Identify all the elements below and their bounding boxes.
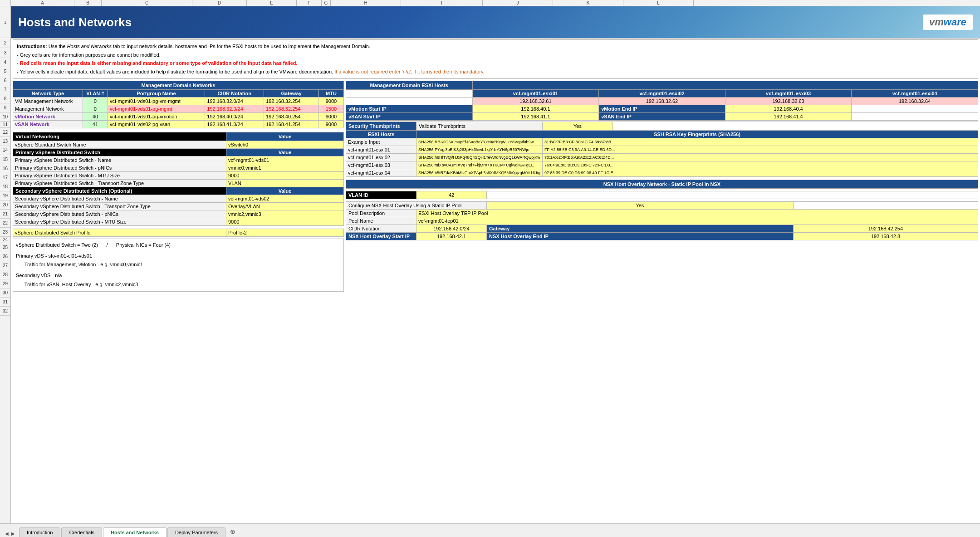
esxi-host1-ip: 192.168.32.61 [472,97,599,105]
svds-header-label: Secondary vSphere Distributed Switch (Op… [13,187,226,195]
row-23: 23 [0,228,10,237]
mgmt-networks-table: Management Domain Networks Network Type … [13,81,344,128]
instruction-line4: - Yellow cells indicate input data, defa… [17,68,974,76]
svds-tz-label: Secondary vSphere Distributed Switch - T… [13,202,226,210]
col-header-d: D [192,0,247,6]
nsx-configure-empty [793,201,978,209]
header-banner: Hosts and Networks vmware [11,6,980,38]
vmotion-vlan: 40 [83,112,108,120]
vswitch-value: vSwitch0 [226,141,344,148]
esxi-hosts-header: Management Domain ESXi Hosts [346,81,978,89]
notes-section: vSphere Distributed Switch = Two (2) / P… [13,239,344,292]
header-row: Hosts and Networks vmware [11,6,980,39]
nsx-start-ip-row: NSX Host Overlay Start IP 192.168.42.1 N… [346,232,978,240]
corner-cell [0,0,11,6]
security-validate-label: Validate Thumbprints [416,122,543,130]
vnet-title: Virtual Networking [13,132,226,141]
security-validate-value: Yes [542,122,612,130]
col-header-h: H [331,0,401,6]
note4: Secondary vDS - n/a [16,271,341,280]
nsx-vlan-row: VLAN ID 42 [346,191,978,199]
right-column: Management Domain ESXi Hosts vcf-mgmt01-… [346,81,978,292]
vsan-portgroup: vcf-mgmt01-vds02-pg-vsan [108,120,205,128]
col-header-a: A [11,0,74,6]
main-two-col: Management Domain Networks Network Type … [11,80,980,293]
vmotion-empty [852,105,978,112]
vm-mgmt-portgroup: vcf-mgmt01-vds01-pg-vm-mgmt [108,97,205,105]
pvds-mtu-row: Primary vSphere Distributed Switch - MTU… [13,171,344,179]
row-7: 7 [0,85,10,94]
vmotion-end-label: vMotion End IP [599,105,725,112]
esxi-ip-empty [346,97,473,105]
vmotion-type: vMotion Network [13,112,83,120]
row-2: 2 [0,38,10,48]
mgmt-networks-title: Management Domain Networks [13,81,344,89]
security-esxi01-fp1: SHA256:PYxgi8oEfK3j263pHx3lnwL1xjlY1rAYN… [416,146,543,153]
security-col1-header: Security Thumbprints [346,122,416,130]
security-empty [612,122,978,130]
vsan-gateway: 192.168.41.254 [264,120,319,128]
vm-mgmt-mtu: 9000 [318,97,343,105]
pvds-tz-row: Primary vSphere Distributed Switch - Tra… [13,179,344,187]
mgmt-mtu: 1500 [318,105,343,112]
row-29: 29 [0,279,10,288]
security-example-host: Example Input [346,138,416,146]
security-esxi02-fp2: 70:1A:62:4F:B6:A9:A2:E2:AC:6E:4D... [542,153,978,161]
nsx-configure-label: Configure NSX Host Overlay Using a Stati… [346,201,487,209]
security-esxi04-host: vcf-mgmt01-esxi04 [346,169,416,176]
svds-value-header: Value [226,187,344,195]
pvds-tz-value: VLAN [226,179,344,187]
tab-introduction[interactable]: Introduction [19,527,60,537]
profile-table: vSphere Distributed Switch Profile Profi… [13,229,344,237]
svds-name-row: Secondary vSphere Distributed Switch - N… [13,195,344,202]
vsan-vlan: 41 [83,120,108,128]
row-10: 10 [0,112,10,122]
nsx-pool-name-label: Pool Name [346,217,416,225]
left-column: Management Domain Networks Network Type … [13,81,344,292]
add-tab-button[interactable]: ⊕ [226,526,239,537]
row-6: 6 [0,76,10,85]
vnet-header-row: Virtual Networking Value [13,132,344,141]
row-19: 19 [0,191,10,200]
scroll-right-arrow[interactable]: ▶ [10,530,16,537]
vmotion-ip-row: vMotion Start IP 192.168.40.1 vMotion En… [346,105,978,112]
mgmt-type: Management Network [13,105,83,112]
security-thumbprints-table: Security Thumbprints Validate Thumbprint… [346,122,978,177]
scroll-arrows: ◀ ▶ [4,530,16,537]
instructions-box: Instructions: Use the Hosts and Networks… [13,39,978,79]
esxi-host2-name: vcf-mgmt01-esxi02 [599,89,725,97]
tab-credentials[interactable]: Credentials [61,527,102,537]
profile-label: vSphere Distributed Switch Profile [13,229,226,236]
row-28: 28 [0,270,10,279]
col-header-e: E [247,0,297,6]
security-esxi04-row: vcf-mgmt01-esxi04 SHA256:b5tRZdaKBbMUGmX… [346,169,978,176]
svds-pnics-value: vmnic2,vmnic3 [226,210,344,218]
nsx-overlay-title: NSX Host Overlay Network - Static IP Poo… [346,180,978,188]
vsan-empty [852,112,978,120]
security-esxi01-row: vcf-mgmt01-esxi01 SHA256:PYxgi8oEfK3j263… [346,146,978,153]
instruction-line3: - Red cells mean the input data is eithe… [17,59,974,68]
pvds-name-row: Primary vSphere Distributed Switch - Nam… [13,156,344,164]
security-example-fp2: 31:BC:7F:B3:CF:8C:AC:F4:69:8F:8B... [542,138,978,146]
security-esxi04-fp1: SHA256:b5tRZdaKBbMUGmXPAph5s6XdMKQ5Mh0pj… [416,169,543,176]
vsan-type: vSAN Network [13,120,83,128]
sheet-content: Hosts and Networks vmware Instructions: … [11,6,980,523]
row-16: 16 [0,164,10,173]
nsx-gateway-value: 192.168.42.254 [793,225,978,232]
security-esxi02-host: vcf-mgmt01-esxi02 [346,153,416,161]
nsx-cidr-value: 192.168.42.0/24 [416,225,487,232]
vm-mgmt-type: VM Management Network [13,97,83,105]
pvds-tz-label: Primary vSphere Distributed Switch - Tra… [13,179,226,187]
vmotion-cidr: 192.168.40.0/24 [205,112,264,120]
tab-deploy-parameters[interactable]: Deploy Parameters [167,527,225,537]
nsx-end-label: NSX Host Overlay End IP [487,232,794,240]
scroll-left-arrow[interactable]: ◀ [4,530,10,537]
nsx-gateway-label: Gateway [487,225,794,232]
tab-hosts-networks[interactable]: Hosts and Networks [103,527,167,537]
svds-tz-value: Overlay/VLAN [226,202,344,210]
row-8: 8 [0,94,10,103]
row-12: 12 [0,128,10,137]
col-cidr: CIDR Notation [205,89,264,97]
vmotion-portgroup: vcf-mgmt01-vds01-pg-vmotion [108,112,205,120]
col-mtu: MTU [318,89,343,97]
